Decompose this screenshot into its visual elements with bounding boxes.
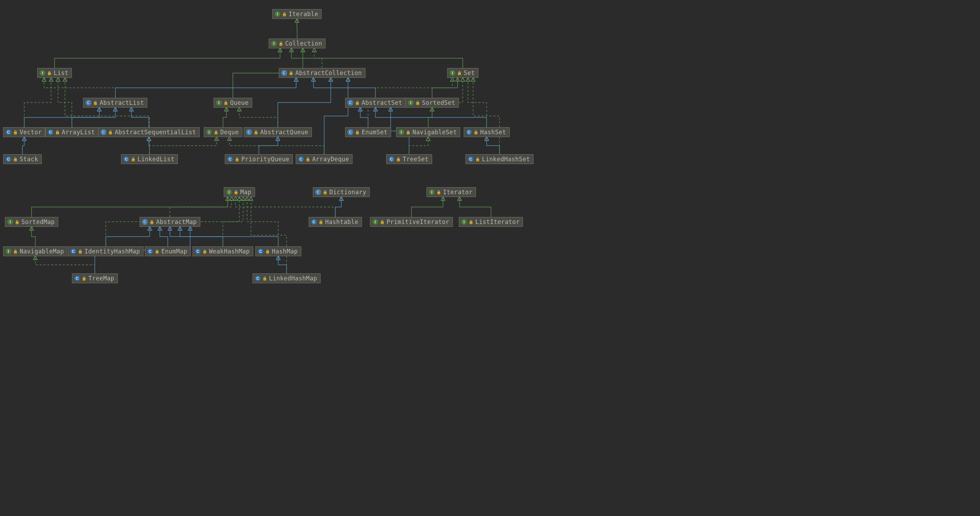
- node-Deque[interactable]: I🔒Deque: [204, 127, 242, 137]
- node-Iterable[interactable]: I🔒Iterable: [272, 9, 321, 19]
- node-ArrayDeque[interactable]: C🔒ArrayDeque: [296, 154, 353, 164]
- node-AbstractSet[interactable]: C🔒AbstractSet: [345, 98, 406, 108]
- node-Stack[interactable]: C🔒Stack: [3, 154, 42, 164]
- node-label: Queue: [230, 99, 249, 106]
- node-label: Stack: [20, 156, 38, 163]
- edge-AbstractList-to-AbstractCollection: [115, 78, 296, 98]
- node-label: PrimitiveIterator: [387, 218, 449, 225]
- node-AbstractMap[interactable]: C🔒AbstractMap: [140, 217, 200, 227]
- lock-icon: 🔒: [278, 42, 283, 46]
- node-AbstractQueue[interactable]: C🔒AbstractQueue: [244, 127, 312, 137]
- node-label: LinkedHashSet: [482, 156, 530, 163]
- node-Iterator[interactable]: I🔒Iterator: [426, 187, 476, 197]
- lock-icon: 🔒: [475, 157, 480, 161]
- node-Dictionary[interactable]: C🔒Dictionary: [313, 187, 370, 197]
- node-PriorityQueue[interactable]: C🔒PriorityQueue: [225, 154, 293, 164]
- node-AbstractSequentialList[interactable]: C🔒AbstractSequentialList: [98, 127, 200, 137]
- lock-icon: 🔒: [474, 130, 479, 134]
- edge-AbstractSequentialList-to-AbstractList: [132, 108, 149, 127]
- edge-LinkedList-to-AbstractSequentialList: [149, 137, 150, 154]
- node-LinkedHashSet[interactable]: C🔒LinkedHashSet: [465, 154, 533, 164]
- node-label: Vector: [20, 129, 42, 136]
- lock-icon: 🔒: [78, 249, 83, 254]
- edge-PrimitiveIterator-to-Iterator: [411, 197, 443, 217]
- class-icon: C: [48, 129, 53, 135]
- lock-icon: 🔒: [396, 157, 401, 161]
- edge-Collection-to-Iterable: [297, 19, 298, 38]
- interface-icon: I: [372, 219, 378, 225]
- node-HashMap[interactable]: C🔒HashMap: [255, 246, 301, 256]
- lock-icon: 🔒: [254, 130, 258, 134]
- class-icon: C: [255, 276, 261, 281]
- node-label: AbstractMap: [156, 218, 197, 225]
- lock-icon: 🔒: [13, 249, 18, 254]
- node-TreeMap[interactable]: C🔒TreeMap: [72, 273, 118, 283]
- interface-icon: I: [6, 249, 11, 254]
- abstract-icon: C: [246, 129, 252, 135]
- node-label: WeakHashMap: [209, 248, 250, 255]
- node-EnumMap[interactable]: C🔒EnumMap: [145, 246, 191, 256]
- class-icon: C: [227, 156, 233, 162]
- node-Vector[interactable]: C🔒Vector: [3, 127, 45, 137]
- node-AbstractCollection[interactable]: C🔒AbstractCollection: [279, 68, 366, 78]
- node-SortedSet[interactable]: I🔒SortedSet: [406, 98, 459, 108]
- edge-Vector-to-List: [24, 78, 51, 127]
- class-icon: C: [70, 249, 76, 254]
- edge-SortedMap-to-Map: [32, 197, 228, 217]
- node-label: Set: [464, 70, 475, 76]
- lock-icon: 🔒: [318, 220, 323, 224]
- interface-icon: I: [216, 100, 222, 105]
- edge-ArrayList-to-List: [58, 78, 72, 127]
- edge-LinkedHashMap-to-HashMap: [278, 256, 286, 273]
- diagram-canvas[interactable]: I🔒IterableI🔒CollectionI🔒ListC🔒AbstractCo…: [0, 0, 532, 289]
- node-label: AbstractQueue: [260, 129, 308, 136]
- node-PrimitiveIterator[interactable]: I🔒PrimitiveIterator: [370, 217, 453, 227]
- lock-icon: 🔒: [282, 12, 287, 16]
- node-label: NavigableMap: [20, 248, 64, 255]
- node-LinkedList[interactable]: C🔒LinkedList: [121, 154, 178, 164]
- node-Queue[interactable]: I🔒Queue: [213, 98, 252, 108]
- edge-AbstractSet-to-Set: [375, 78, 452, 98]
- node-ListIterator[interactable]: I🔒ListIterator: [459, 217, 523, 227]
- node-NavigableMap[interactable]: I🔒NavigableMap: [3, 246, 67, 256]
- node-label: LinkedList: [137, 156, 174, 163]
- edge-TreeMap-to-NavigableMap: [35, 256, 95, 273]
- edge-ArrayDeque-to-Deque: [229, 137, 324, 154]
- abstract-icon: C: [348, 129, 353, 135]
- node-Set[interactable]: I🔒Set: [447, 68, 479, 78]
- node-Hashtable[interactable]: C🔒Hashtable: [309, 217, 362, 227]
- node-LinkedHashMap[interactable]: C🔒LinkedHashMap: [253, 273, 321, 283]
- node-label: HashSet: [480, 129, 506, 136]
- node-TreeSet[interactable]: C🔒TreeSet: [386, 154, 432, 164]
- abstract-icon: C: [348, 100, 353, 105]
- node-Map[interactable]: I🔒Map: [224, 187, 255, 197]
- lock-icon: 🔒: [457, 71, 462, 75]
- node-label: ArrayList: [62, 129, 95, 136]
- abstract-icon: C: [142, 219, 148, 225]
- edge-Set-to-Collection: [291, 48, 463, 68]
- class-icon: C: [466, 129, 472, 135]
- node-label: EnumSet: [362, 129, 388, 136]
- node-ArrayList[interactable]: C🔒ArrayList: [45, 127, 99, 137]
- edge-Hashtable-to-Dictionary: [335, 197, 341, 217]
- interface-icon: I: [7, 219, 13, 225]
- node-NavigableSet[interactable]: I🔒NavigableSet: [396, 127, 460, 137]
- node-label: EnumMap: [161, 248, 187, 255]
- node-label: TreeSet: [402, 156, 429, 163]
- node-Collection[interactable]: I🔒Collection: [269, 38, 326, 48]
- node-WeakHashMap[interactable]: C🔒WeakHashMap: [192, 246, 253, 256]
- node-IdentityHashMap[interactable]: C🔒IdentityHashMap: [68, 246, 143, 256]
- class-icon: C: [74, 276, 80, 281]
- node-SortedMap[interactable]: I🔒SortedMap: [5, 217, 58, 227]
- node-label: Iterable: [289, 11, 318, 17]
- lock-icon: 🔒: [289, 71, 294, 75]
- lock-icon: 🔒: [213, 130, 218, 134]
- edge-AbstractQueue-to-Queue: [239, 108, 278, 127]
- node-List[interactable]: I🔒List: [37, 68, 72, 78]
- node-AbstractList[interactable]: C🔒AbstractList: [83, 98, 147, 108]
- node-EnumSet[interactable]: C🔒EnumSet: [345, 127, 391, 137]
- edge-PriorityQueue-to-AbstractQueue: [259, 137, 278, 154]
- node-label: LinkedHashMap: [269, 275, 317, 282]
- node-HashSet[interactable]: C🔒HashSet: [464, 127, 510, 137]
- lock-icon: 🔒: [436, 191, 441, 194]
